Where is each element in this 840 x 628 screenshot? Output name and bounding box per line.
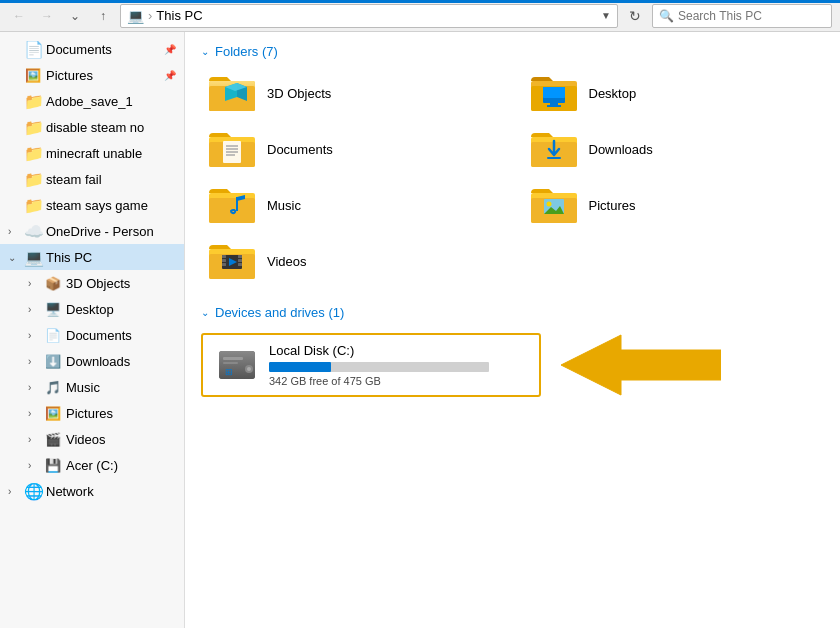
svg-rect-10	[550, 102, 558, 105]
onedrive-icon: ☁️	[24, 222, 42, 241]
sidebar: 📄 Documents 📌 🖼️ Pictures 📌 📁 Adobe_save…	[0, 32, 185, 628]
sidebar-item-desktop[interactable]: › 🖥️ Desktop	[0, 296, 184, 322]
sidebar-item-3d-objects[interactable]: › 📦 3D Objects	[0, 270, 184, 296]
downloads-icon: ⬇️	[44, 354, 62, 369]
sidebar-item-label: Documents	[46, 42, 112, 57]
sidebar-item-pictures[interactable]: 🖼️ Pictures 📌	[0, 62, 184, 88]
folders-section-label: Folders (7)	[215, 44, 278, 59]
chevron-icon: ›	[28, 278, 40, 289]
folders-section-header[interactable]: ⌄ Folders (7)	[201, 44, 824, 59]
sidebar-item-documents-sub[interactable]: › 📄 Documents	[0, 322, 184, 348]
search-input[interactable]	[678, 9, 825, 23]
pictures-icon: 🖼️	[24, 68, 42, 83]
sidebar-item-pictures-sub[interactable]: › 🖼️ Pictures	[0, 400, 184, 426]
sidebar-item-steam-fail[interactable]: 📁 steam fail	[0, 166, 184, 192]
svg-rect-33	[222, 259, 226, 262]
pictures-folder-icon	[531, 185, 579, 225]
content-area: ⌄ Folders (7)	[185, 32, 840, 628]
svg-rect-21	[547, 157, 561, 159]
sidebar-item-label: OneDrive - Person	[46, 224, 154, 239]
drive-progress-fill	[269, 362, 331, 372]
desktop-icon: 🖥️	[44, 302, 62, 317]
sidebar-item-label: steam fail	[46, 172, 102, 187]
pictures-sub-icon: 🖼️	[44, 406, 62, 421]
sidebar-item-videos-sub[interactable]: › 🎬 Videos	[0, 426, 184, 452]
sidebar-item-label: Downloads	[66, 354, 130, 369]
downloads-folder-icon	[531, 129, 579, 169]
sidebar-item-label: Adobe_save_1	[46, 94, 133, 109]
pc-icon: 💻	[24, 248, 42, 267]
folder-label: Downloads	[589, 142, 653, 157]
devices-section-header[interactable]: ⌄ Devices and drives (1)	[201, 305, 824, 320]
sidebar-item-this-pc[interactable]: ⌄ 💻 This PC	[0, 244, 184, 270]
network-icon: 🌐	[24, 482, 42, 501]
sidebar-item-acer-c[interactable]: › 💾 Acer (C:)	[0, 452, 184, 478]
folder-label: Videos	[267, 254, 307, 269]
sidebar-item-label: Acer (C:)	[66, 458, 118, 473]
recent-button[interactable]: ⌄	[64, 5, 86, 27]
folder-item-desktop[interactable]: Desktop	[523, 69, 825, 117]
sidebar-item-disable-steam[interactable]: 📁 disable steam no	[0, 114, 184, 140]
sidebar-item-label: Documents	[66, 328, 132, 343]
3d-objects-icon: 📦	[44, 276, 62, 291]
refresh-button[interactable]: ↻	[624, 5, 646, 27]
documents-sub-icon: 📄	[44, 328, 62, 343]
devices-section-label: Devices and drives (1)	[215, 305, 344, 320]
sidebar-item-onedrive[interactable]: › ☁️ OneDrive - Person	[0, 218, 184, 244]
drive-item-local-disk-c[interactable]: ⊞ Local Disk (C:)	[201, 333, 541, 397]
search-icon: 🔍	[659, 9, 674, 23]
folder-label: Documents	[267, 142, 333, 157]
sidebar-item-network[interactable]: › 🌐 Network	[0, 478, 184, 504]
pin-icon: 📌	[164, 70, 176, 81]
folder-label: Pictures	[589, 198, 636, 213]
folder-icon: 📁	[24, 92, 42, 111]
folder-label: Desktop	[589, 86, 637, 101]
svg-rect-11	[547, 105, 561, 107]
section-chevron-icon: ⌄	[201, 46, 209, 57]
drive-info: Local Disk (C:) 342 GB free of 475 GB	[269, 343, 527, 387]
sidebar-item-label: 3D Objects	[66, 276, 130, 291]
folder-label: Music	[267, 198, 301, 213]
svg-rect-44	[223, 362, 238, 364]
forward-button[interactable]: →	[36, 5, 58, 27]
music-icon: 🎵	[44, 380, 62, 395]
sidebar-item-label: Pictures	[66, 406, 113, 421]
sidebar-item-label: Network	[46, 484, 94, 499]
folder-icon: 📁	[24, 196, 42, 215]
folder-item-documents[interactable]: Documents	[201, 125, 503, 173]
folder-item-pictures[interactable]: Pictures	[523, 181, 825, 229]
address-text: This PC	[156, 8, 202, 23]
back-button[interactable]: ←	[8, 5, 30, 27]
svg-rect-32	[222, 255, 226, 258]
svg-text:⊞: ⊞	[225, 367, 233, 377]
sidebar-item-music-sub[interactable]: › 🎵 Music	[0, 374, 184, 400]
search-bar[interactable]: 🔍	[652, 4, 832, 28]
address-bar[interactable]: 💻 › This PC ▼	[120, 4, 618, 28]
folder-item-music[interactable]: Music	[201, 181, 503, 229]
chevron-icon: ›	[8, 486, 20, 497]
chevron-icon: ›	[28, 460, 40, 471]
devices-section: ⌄ Devices and drives (1) ⊞	[201, 305, 824, 400]
address-pc-icon: 💻	[127, 8, 144, 24]
svg-rect-34	[222, 263, 226, 266]
section-chevron-icon: ⌄	[201, 307, 209, 318]
folder-item-videos[interactable]: Videos	[201, 237, 503, 285]
svg-point-27	[546, 202, 551, 207]
sidebar-item-label: steam says game	[46, 198, 148, 213]
chevron-icon: ›	[28, 408, 40, 419]
sidebar-item-adobe[interactable]: 📁 Adobe_save_1	[0, 88, 184, 114]
chevron-icon: ›	[28, 330, 40, 341]
folder-icon: 📁	[24, 144, 42, 163]
svg-rect-36	[238, 259, 242, 262]
documents-folder-icon	[209, 129, 257, 169]
folder-item-downloads[interactable]: Downloads	[523, 125, 825, 173]
main-container: 📄 Documents 📌 🖼️ Pictures 📌 📁 Adobe_save…	[0, 32, 840, 628]
arrow-indicator	[561, 330, 721, 400]
sidebar-item-downloads-sub[interactable]: › ⬇️ Downloads	[0, 348, 184, 374]
sidebar-item-steam-says[interactable]: 📁 steam says game	[0, 192, 184, 218]
address-dropdown-button[interactable]: ▼	[601, 10, 611, 21]
sidebar-item-minecraft[interactable]: 📁 minecraft unable	[0, 140, 184, 166]
folder-item-3d-objects[interactable]: 3D Objects	[201, 69, 503, 117]
sidebar-item-documents[interactable]: 📄 Documents 📌	[0, 36, 184, 62]
up-button[interactable]: ↑	[92, 5, 114, 27]
